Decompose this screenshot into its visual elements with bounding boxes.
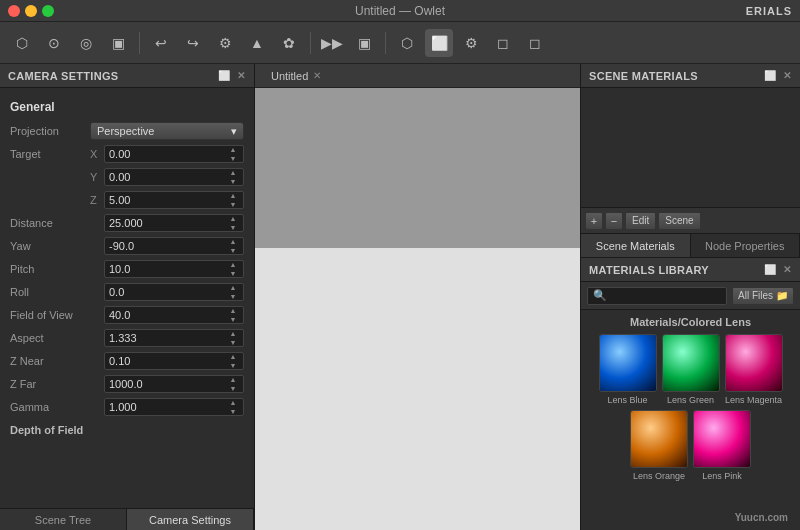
pitch-input[interactable]: 10.0 ▲ ▼ (104, 260, 244, 278)
toolbar-add-icon[interactable]: ▲ (243, 29, 271, 57)
stepper-up-icon[interactable]: ▲ (227, 260, 239, 269)
scene-tree-tab[interactable]: Scene Tree (0, 509, 127, 530)
yaw-input[interactable]: -90.0 ▲ ▼ (104, 237, 244, 255)
mat-search-field[interactable]: 🔍 (587, 287, 727, 305)
pitch-stepper[interactable]: ▲ ▼ (227, 260, 239, 278)
stepper-up-icon[interactable]: ▲ (227, 214, 239, 223)
node-properties-tab[interactable]: Node Properties (691, 234, 801, 257)
stepper-down-icon[interactable]: ▼ (227, 269, 239, 278)
stepper-down-icon[interactable]: ▼ (227, 292, 239, 301)
gamma-input[interactable]: 1.000 ▲ ▼ (104, 398, 244, 416)
sm-float-icon[interactable]: ⬜ (763, 69, 777, 83)
stepper-down-icon[interactable]: ▼ (227, 154, 239, 163)
panel-close-icon[interactable]: ✕ (234, 69, 248, 83)
mat-item-lens-orange[interactable]: Lens Orange (630, 410, 688, 481)
stepper-up-icon[interactable]: ▲ (227, 306, 239, 315)
toolbar-undo-icon[interactable]: ↩ (147, 29, 175, 57)
stepper-up-icon[interactable]: ▲ (227, 237, 239, 246)
toolbar-window-icon[interactable]: ◻ (489, 29, 517, 57)
toolbar-brush-icon[interactable]: ✿ (275, 29, 303, 57)
toolbar-render-icon[interactable]: ⬡ (393, 29, 421, 57)
mat-item-lens-blue[interactable]: Lens Blue (599, 334, 657, 405)
toolbar-target-icon[interactable]: ◎ (72, 29, 100, 57)
scene-materials-tab[interactable]: Scene Materials (581, 234, 691, 257)
mat-item-lens-green[interactable]: Lens Green (662, 334, 720, 405)
lens-magenta-preview (726, 335, 782, 391)
toolbar-layout-icon[interactable]: ⬜ (425, 29, 453, 57)
mat-close-icon[interactable]: ✕ (780, 263, 794, 277)
gamma-stepper[interactable]: ▲ ▼ (227, 398, 239, 416)
sm-remove-button[interactable]: − (605, 212, 623, 230)
panel-float-icon[interactable]: ⬜ (217, 69, 231, 83)
zfar-stepper[interactable]: ▲ ▼ (227, 375, 239, 393)
znear-stepper[interactable]: ▲ ▼ (227, 352, 239, 370)
zfar-input[interactable]: 1000.0 ▲ ▼ (104, 375, 244, 393)
target-y-input[interactable]: 0.00 ▲ ▼ (104, 168, 244, 186)
viewport[interactable]: ▶ Background Environment (255, 88, 580, 530)
stepper-up-icon[interactable]: ▲ (227, 352, 239, 361)
fov-input[interactable]: 40.0 ▲ ▼ (104, 306, 244, 324)
yaw-stepper[interactable]: ▲ ▼ (227, 237, 239, 255)
scene-materials-empty-area (581, 88, 800, 207)
viewport-tab[interactable]: Untitled ✕ (263, 64, 329, 87)
roll-input[interactable]: 0.0 ▲ ▼ (104, 283, 244, 301)
stepper-up-icon[interactable]: ▲ (227, 145, 239, 154)
stepper-up-icon[interactable]: ▲ (227, 398, 239, 407)
toolbar-orbit-icon[interactable]: ⊙ (40, 29, 68, 57)
stepper-down-icon[interactable]: ▼ (227, 407, 239, 416)
stepper-down-icon[interactable]: ▼ (227, 361, 239, 370)
stepper-up-icon[interactable]: ▲ (227, 191, 239, 200)
camera-settings-tab[interactable]: Camera Settings (127, 509, 254, 530)
toolbar-grid-icon[interactable]: ▣ (104, 29, 132, 57)
toolbar-play-icon[interactable]: ▶▶ (318, 29, 346, 57)
fov-stepper[interactable]: ▲ ▼ (227, 306, 239, 324)
target-z-input[interactable]: 5.00 ▲ ▼ (104, 191, 244, 209)
close-button[interactable] (8, 5, 20, 17)
stepper-down-icon[interactable]: ▼ (227, 338, 239, 347)
aspect-input[interactable]: 1.333 ▲ ▼ (104, 329, 244, 347)
toolbar-redo-icon[interactable]: ↪ (179, 29, 207, 57)
stepper-up-icon[interactable]: ▲ (227, 329, 239, 338)
toolbar-settings-icon[interactable]: ⚙ (211, 29, 239, 57)
znear-input[interactable]: 0.10 ▲ ▼ (104, 352, 244, 370)
stepper-down-icon[interactable]: ▼ (227, 200, 239, 209)
distance-label: Distance (10, 217, 90, 229)
mat-item-lens-magenta[interactable]: Lens Magenta (725, 334, 783, 405)
target-z-stepper[interactable]: ▲ ▼ (227, 191, 239, 209)
minimize-button[interactable] (25, 5, 37, 17)
sm-add-button[interactable]: + (585, 212, 603, 230)
sm-scene-button[interactable]: Scene (658, 212, 700, 230)
stepper-down-icon[interactable]: ▼ (227, 315, 239, 324)
target-x-input[interactable]: 0.00 ▲ ▼ (104, 145, 244, 163)
toolbar-extra-icon[interactable]: ◻ (521, 29, 549, 57)
dof-label: Depth of Field (10, 424, 90, 436)
stepper-up-icon[interactable]: ▲ (227, 375, 239, 384)
viewport-tab-close-icon[interactable]: ✕ (313, 70, 321, 81)
stepper-down-icon[interactable]: ▼ (227, 223, 239, 232)
projection-select[interactable]: Perspective ▾ (90, 122, 244, 140)
mat-float-icon[interactable]: ⬜ (763, 263, 777, 277)
sm-close-icon[interactable]: ✕ (780, 69, 794, 83)
distance-input[interactable]: 25.000 ▲ ▼ (104, 214, 244, 232)
stepper-down-icon[interactable]: ▼ (227, 246, 239, 255)
target-x-stepper[interactable]: ▲ ▼ (227, 145, 239, 163)
mat-filter-button[interactable]: All Files 📁 (732, 287, 794, 305)
lens-green-preview (663, 335, 719, 391)
aspect-stepper[interactable]: ▲ ▼ (227, 329, 239, 347)
mat-item-lens-pink[interactable]: Lens Pink (693, 410, 751, 481)
stepper-down-icon[interactable]: ▼ (227, 384, 239, 393)
target-x-row: Target X 0.00 ▲ ▼ (0, 143, 254, 165)
stepper-up-icon[interactable]: ▲ (227, 283, 239, 292)
target-y-stepper[interactable]: ▲ ▼ (227, 168, 239, 186)
toolbar-home-icon[interactable]: ⬡ (8, 29, 36, 57)
toolbar-frame-icon[interactable]: ▣ (350, 29, 378, 57)
znear-label: Z Near (10, 355, 90, 367)
toolbar-gear-icon[interactable]: ⚙ (457, 29, 485, 57)
distance-stepper[interactable]: ▲ ▼ (227, 214, 239, 232)
sm-edit-button[interactable]: Edit (625, 212, 656, 230)
stepper-down-icon[interactable]: ▼ (227, 177, 239, 186)
maximize-button[interactable] (42, 5, 54, 17)
stepper-up-icon[interactable]: ▲ (227, 168, 239, 177)
roll-stepper[interactable]: ▲ ▼ (227, 283, 239, 301)
traffic-lights (8, 5, 54, 17)
